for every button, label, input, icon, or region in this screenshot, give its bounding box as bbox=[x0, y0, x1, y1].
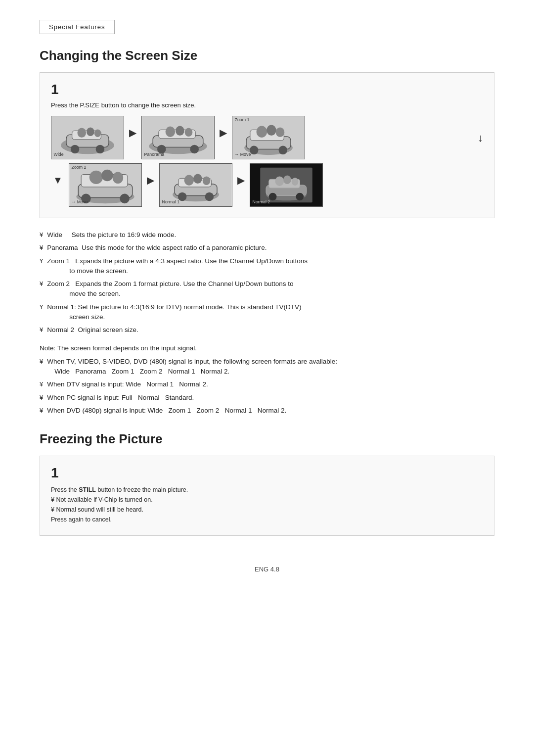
svg-point-6 bbox=[77, 128, 86, 138]
svg-text:Wide: Wide bbox=[54, 152, 64, 157]
arrow-zoom2-to-normal1: ▶ bbox=[147, 174, 154, 196]
svg-text:↔ Move: ↔ Move bbox=[235, 152, 251, 157]
svg-point-37 bbox=[89, 171, 103, 184]
svg-point-25 bbox=[279, 146, 288, 155]
wide-illustration: Wide bbox=[51, 116, 124, 159]
screen-panorama: Panorama bbox=[141, 116, 215, 159]
diagram-panorama: Panorama bbox=[141, 116, 215, 159]
screen-zoom2: Zoom 2 ↔ Move bbox=[69, 163, 142, 207]
wrap-arrow: ↓ bbox=[478, 116, 483, 143]
screen-wide: Wide bbox=[51, 116, 124, 159]
freezing-picture-title: Freezing the Picture bbox=[40, 431, 494, 447]
svg-point-16 bbox=[166, 127, 176, 138]
arrow-normal1-to-normal2: ▶ bbox=[237, 174, 245, 196]
screen-normal2: Normal 2 bbox=[250, 163, 323, 207]
step-number-freeze: 1 bbox=[51, 465, 483, 481]
diagram-wide: Wide bbox=[51, 116, 124, 159]
svg-text:Normal 1: Normal 1 bbox=[162, 199, 180, 204]
svg-point-59 bbox=[275, 176, 284, 186]
screen-normal1: Normal 1 bbox=[159, 163, 232, 207]
svg-text:Zoom 2: Zoom 2 bbox=[72, 165, 87, 170]
note-bullet-3: ¥ When PC signal is input: Full Normal S… bbox=[40, 393, 494, 403]
note-bullet-4: ¥ When DVD (480p) signal is input: Wide … bbox=[40, 406, 494, 416]
page-number: ENG 4.8 bbox=[255, 566, 279, 573]
bullet-wide: ¥ Wide Sets the picture to 16:9 wide mod… bbox=[40, 230, 494, 240]
footer: ENG 4.8 bbox=[40, 566, 494, 573]
svg-point-15 bbox=[190, 145, 199, 154]
svg-point-36 bbox=[120, 194, 130, 204]
freezing-picture-section: Freezing the Picture 1 Press the STILL b… bbox=[40, 431, 494, 536]
arrow-wide-to-panorama: ▶ bbox=[129, 127, 136, 148]
svg-text:Panorama: Panorama bbox=[144, 152, 165, 157]
svg-text:Normal 2: Normal 2 bbox=[253, 199, 270, 204]
svg-point-61 bbox=[292, 178, 299, 186]
notes-section: Note: The screen format depends on the i… bbox=[40, 343, 494, 416]
svg-point-48 bbox=[184, 175, 194, 186]
arrow-down-left: ▼ bbox=[51, 175, 65, 196]
section-label: Special Features bbox=[49, 23, 105, 31]
diagram-zoom1: Zoom 1 ↔ Move bbox=[232, 116, 305, 159]
zoom2-illustration: Zoom 2 ↔ Move bbox=[69, 164, 141, 206]
svg-point-18 bbox=[185, 128, 193, 137]
svg-point-47 bbox=[205, 192, 214, 201]
normal1-illustration: Normal 1 bbox=[160, 164, 232, 206]
svg-point-27 bbox=[267, 125, 276, 136]
svg-point-50 bbox=[203, 176, 211, 185]
freezing-step-box: 1 Press the STILL button to freeze the m… bbox=[40, 456, 494, 536]
svg-point-26 bbox=[257, 126, 267, 138]
svg-point-8 bbox=[94, 129, 101, 137]
svg-point-38 bbox=[101, 170, 113, 181]
normal2-illustration: Normal 2 bbox=[250, 164, 322, 206]
svg-text:Zoom 1: Zoom 1 bbox=[235, 117, 250, 122]
diagram-row-1: Wide ▶ bbox=[51, 116, 474, 159]
note-bullets: ¥ When TV, VIDEO, S-VIDEO, DVD (480i) si… bbox=[40, 357, 494, 416]
diagram-zoom2: Zoom 2 ↔ Move bbox=[69, 163, 142, 207]
step-number-1: 1 bbox=[51, 82, 483, 97]
changing-screen-title: Changing the Screen Size bbox=[40, 48, 494, 63]
zoom1-illustration: Zoom 1 ↔ Move bbox=[232, 116, 305, 159]
svg-point-58 bbox=[296, 193, 304, 201]
svg-point-24 bbox=[250, 146, 259, 155]
bullet-normal2: ¥ Normal 2 Original screen size. bbox=[40, 325, 494, 335]
svg-point-7 bbox=[87, 127, 94, 136]
bullet-normal1: ¥ Normal 1: Set the picture to 4:3(16:9 … bbox=[40, 302, 494, 323]
svg-point-4 bbox=[71, 145, 80, 154]
diagram-normal2: Normal 2 bbox=[250, 163, 323, 207]
panorama-illustration: Panorama bbox=[142, 116, 214, 159]
svg-point-49 bbox=[193, 174, 202, 184]
changing-screen-bullets: ¥ Wide Sets the picture to 16:9 wide mod… bbox=[40, 230, 494, 335]
step-desc-1: Press the P.SIZE button to change the sc… bbox=[51, 101, 483, 109]
svg-point-39 bbox=[113, 172, 124, 184]
changing-screen-section: Changing the Screen Size 1 Press the P.S… bbox=[40, 48, 494, 416]
freeze-step-desc: Press the STILL button to freeze the mai… bbox=[51, 485, 483, 524]
bullet-zoom1: ¥ Zoom 1 Expands the picture with a 4:3 … bbox=[40, 256, 494, 277]
svg-point-60 bbox=[283, 175, 291, 184]
screen-zoom1: Zoom 1 ↔ Move bbox=[232, 116, 305, 159]
special-features-box: Special Features bbox=[40, 20, 115, 34]
arrow-panorama-to-zoom1: ▶ bbox=[220, 127, 227, 148]
svg-point-17 bbox=[176, 126, 184, 136]
note-bullet-1: ¥ When TV, VIDEO, S-VIDEO, DVD (480i) si… bbox=[40, 357, 494, 377]
diagram-normal1: Normal 1 bbox=[159, 163, 232, 207]
svg-text:↔ Move: ↔ Move bbox=[72, 199, 88, 204]
svg-point-28 bbox=[276, 127, 285, 137]
svg-point-5 bbox=[96, 145, 105, 154]
note-bullet-2: ¥ When DTV signal is input: Wide Normal … bbox=[40, 379, 494, 389]
screen-diagrams: Wide ▶ bbox=[51, 116, 483, 207]
changing-screen-step-box: 1 Press the P.SIZE button to change the … bbox=[40, 72, 494, 218]
note-text: Note: The screen format depends on the i… bbox=[40, 343, 494, 354]
bullet-panorama: ¥ Panorama Use this mode for the wide as… bbox=[40, 243, 494, 253]
bullet-zoom2: ¥ Zoom 2 Expands the Zoom 1 format pictu… bbox=[40, 279, 494, 299]
diagram-row-2: Zoom 2 ↔ Move ▶ bbox=[69, 163, 323, 207]
